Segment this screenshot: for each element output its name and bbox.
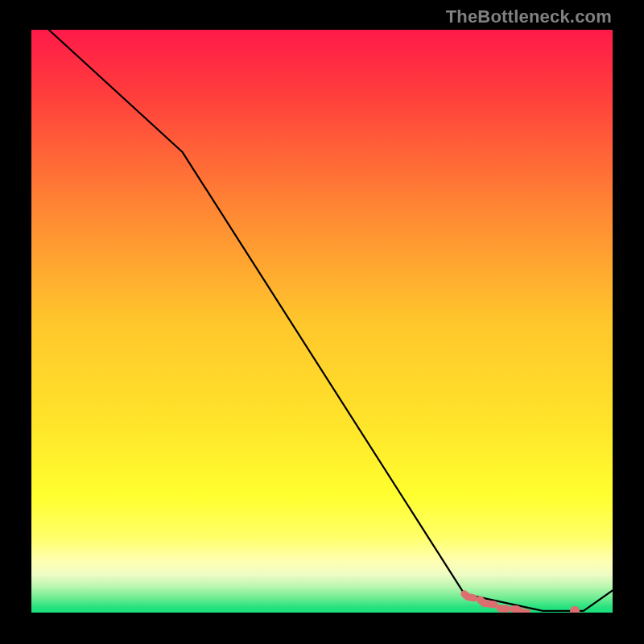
chart-plot [31,30,613,613]
watermark-text: TheBottleneck.com [446,6,612,27]
gradient-background [31,30,613,613]
chart-frame: TheBottleneck.com [0,0,644,644]
